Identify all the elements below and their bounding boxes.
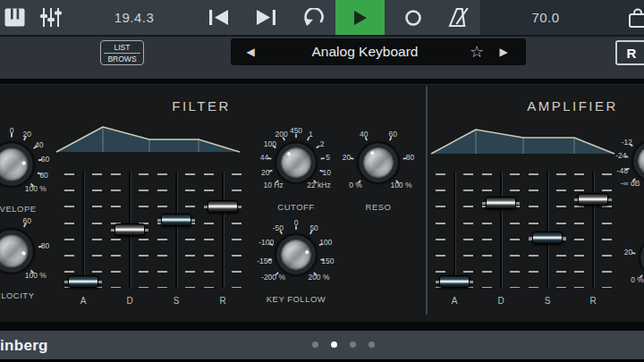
amp-decay-fader[interactable]: D — [481, 172, 521, 306]
knob-scale-label: 100 — [319, 238, 332, 247]
knob-scale-label: 100 % — [390, 181, 411, 189]
preset-selector: ◀ Analog Keyboard ☆ ▶ — [231, 38, 526, 65]
read-button-label: R — [627, 46, 637, 61]
knob-scale-label: -24 — [615, 151, 626, 160]
knob-scale-label: 20 — [624, 248, 632, 257]
knob-scale-label: 150 — [321, 257, 334, 265]
separator — [0, 322, 644, 331]
knob-scale-label: 0 — [10, 126, 14, 135]
page-dot[interactable] — [312, 341, 318, 348]
fader-handle[interactable] — [114, 223, 145, 236]
filter-attack-fader[interactable]: A — [64, 172, 103, 306]
fader-label: S — [528, 296, 567, 306]
fader-label: A — [435, 296, 474, 306]
shop-bag-icon[interactable] — [627, 7, 644, 29]
knob-scale-label: -48 — [617, 166, 628, 175]
knob-scale-label: -100 — [258, 238, 274, 247]
knob-scale-label: 100 % — [25, 184, 47, 193]
knob-label: KEY FOLLOW — [242, 294, 350, 304]
knob-scale-label: 0 % — [349, 181, 362, 189]
filter-decay-fader[interactable]: D — [110, 172, 149, 306]
mixer-icon[interactable] — [40, 8, 62, 27]
list-label: LIST — [101, 42, 143, 53]
page-dot[interactable] — [369, 341, 375, 348]
fader-handle[interactable] — [439, 275, 470, 288]
knob-scale-label: 1 — [309, 130, 313, 139]
knob-scale-label: 20 — [343, 153, 351, 162]
list-browse-button[interactable]: LIST BROWS — [100, 40, 144, 65]
fader-label: D — [481, 296, 521, 306]
amp-attack-fader[interactable]: A — [435, 172, 474, 306]
amp-release-fader[interactable]: R — [573, 172, 613, 306]
knob-scale-label: 60 — [41, 155, 49, 164]
knob-scale-label: -12 — [622, 138, 632, 147]
amp-sustain-fader[interactable]: S — [528, 172, 567, 306]
knob-scale-label: -∞ dB — [621, 179, 640, 188]
knob-scale-label: 50 — [309, 223, 318, 232]
fader-label: R — [203, 296, 242, 306]
knob-scale-label: 80 — [39, 171, 47, 180]
resonance-knob[interactable]: 0 %20406080100 %RESO — [325, 109, 432, 216]
play-button[interactable] — [335, 0, 385, 35]
page-indicator-dots[interactable] — [312, 341, 387, 348]
knob-scale-label: 60 — [389, 130, 397, 139]
steinberg-brand-logo: inberg — [0, 337, 48, 355]
record-icon[interactable] — [404, 9, 422, 27]
knob-label: VELOCITY — [0, 290, 65, 300]
knob-scale-label: 80 — [41, 241, 49, 250]
knob-scale-label: 0 — [294, 218, 299, 227]
fader-label: S — [157, 296, 196, 306]
read-automation-button[interactable]: R — [615, 40, 644, 65]
knob-scale-label: -50 — [273, 223, 284, 232]
filter-sustain-fader[interactable]: S — [157, 172, 196, 306]
knob-scale-label: 450 — [290, 126, 302, 135]
filter-envelope-shape — [56, 127, 240, 152]
knob-scale-label: 40 — [360, 130, 368, 139]
knob-scale-label: 80 — [406, 153, 414, 162]
tempo-display[interactable]: 70.0 — [496, 10, 595, 25]
fader-handle[interactable] — [532, 232, 563, 244]
preset-name[interactable]: Analog Keyboard — [231, 44, 499, 60]
knob-scale-label: 20 — [261, 168, 269, 177]
synth-app: 19.4.3 70.0 LIST BROWS ◀ Analog Keyboard… — [0, 0, 644, 362]
browse-label: BROWS — [101, 54, 143, 64]
knob-scale-label: 200 — [275, 130, 288, 139]
play-icon — [353, 10, 368, 26]
knob-scale-label: 100 — [264, 139, 276, 148]
fader-label: R — [573, 296, 613, 306]
metronome-icon[interactable] — [447, 7, 470, 28]
fader-handle[interactable] — [161, 214, 191, 226]
keyboard-icon[interactable] — [4, 8, 25, 27]
knob-scale-label: 200 % — [308, 273, 329, 282]
knob-scale-label: -200 % — [261, 273, 285, 282]
fader-handle[interactable] — [578, 193, 608, 206]
key-follow-knob[interactable]: -200 %-150-100-50050100150200 %KEY FOLLO… — [242, 201, 350, 308]
knob-scale-label: 20 — [23, 130, 31, 139]
fader-label: A — [64, 296, 103, 306]
knob-scale-label: 0 % — [631, 275, 644, 284]
page-dot[interactable] — [350, 341, 356, 348]
knob-scale-label: 2 — [320, 139, 325, 148]
skip-back-icon[interactable] — [208, 9, 231, 26]
fader-label: D — [110, 296, 149, 306]
page-dot-active[interactable] — [331, 341, 337, 348]
time-position-display[interactable]: 19.4.3 — [89, 10, 179, 25]
filter-envelope-graph — [55, 123, 242, 156]
fader-handle[interactable] — [68, 275, 98, 288]
fader-handle[interactable] — [486, 197, 516, 209]
filter-release-fader[interactable]: R — [203, 172, 242, 306]
knob-scale-label: 60 — [23, 216, 31, 225]
preset-next-button[interactable]: ▶ — [495, 38, 513, 65]
knob-scale-label: 100 % — [25, 271, 47, 280]
skip-forward-icon[interactable] — [254, 9, 277, 26]
favorite-star-icon[interactable]: ☆ — [466, 38, 487, 65]
fader-handle[interactable] — [208, 200, 238, 213]
amplifier-envelope-graph — [429, 123, 615, 156]
knob-scale-label: 40 — [35, 140, 43, 149]
filter-velocity-knob[interactable]: 6080100 %VELOCITY — [0, 198, 65, 305]
knob-scale-label: 10 Hz — [263, 181, 283, 189]
cycle-loop-icon[interactable] — [302, 8, 326, 27]
footer-bar: inberg — [0, 331, 644, 359]
knob-scale-label: 44 — [260, 153, 268, 162]
knob-scale-label: -150 — [257, 257, 272, 265]
